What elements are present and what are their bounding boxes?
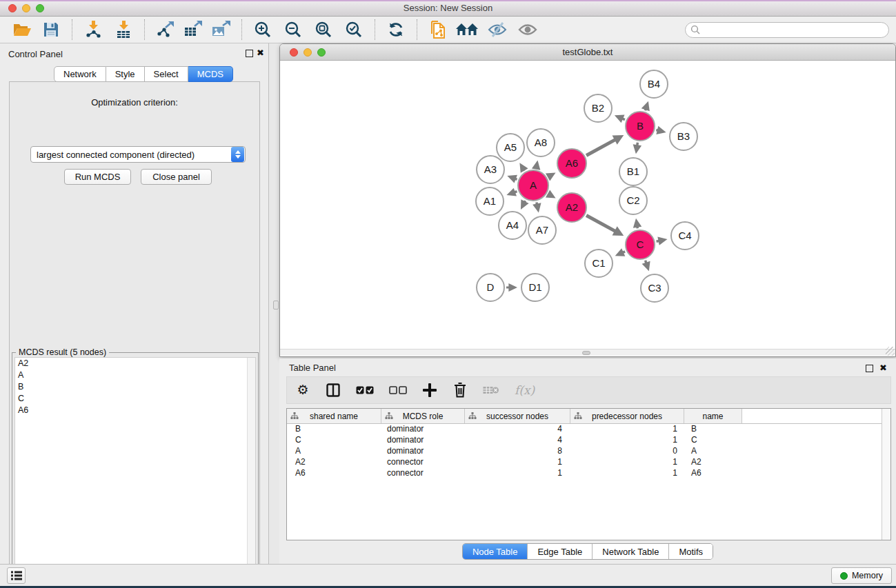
node-label: A8 [535, 136, 547, 148]
export-network-icon[interactable] [155, 19, 177, 41]
close-panel-button[interactable]: Close panel [141, 169, 212, 185]
table-cell[interactable]: A6 [684, 468, 742, 479]
import-network-icon[interactable] [82, 19, 104, 41]
toolbar-separator [375, 19, 375, 40]
table-cell[interactable]: dominator [381, 435, 465, 446]
column-header[interactable]: MCDS role [381, 409, 465, 423]
home-icon[interactable] [456, 19, 478, 41]
table-row[interactable]: A6connector11A6 [287, 468, 890, 479]
table-cell[interactable]: 1 [570, 468, 684, 479]
table-cell[interactable]: A [684, 446, 742, 457]
memory-button[interactable]: Memory [831, 567, 892, 584]
table-cell[interactable]: 1 [465, 457, 570, 468]
deselect-all-columns-icon[interactable] [389, 381, 407, 399]
delete-row-icon[interactable] [452, 381, 468, 399]
table-settings-icon[interactable]: ⚙ [295, 381, 310, 399]
tab-motifs[interactable]: Motifs [668, 544, 713, 559]
result-item[interactable]: A2 [15, 358, 255, 369]
result-item[interactable]: B [15, 381, 255, 393]
open-session-icon[interactable] [11, 19, 33, 41]
mcds-result-list[interactable]: A2ABCA6 [14, 357, 256, 587]
table-cell[interactable]: dominator [381, 446, 465, 457]
network-canvas[interactable]: AA1A2A3A4A5A6A7A8BB1B2B3B4CC1C2C3C4DD1 [280, 61, 895, 349]
table-cell[interactable]: connector [381, 457, 465, 468]
network-window-titlebar[interactable]: testGlobe.txt [280, 44, 895, 61]
tab-mcds[interactable]: MCDS [188, 66, 233, 82]
zoom-fit-icon[interactable] [312, 19, 335, 41]
table-row[interactable]: A2connector11A2 [287, 457, 890, 468]
select-all-columns-icon[interactable] [356, 381, 374, 399]
resize-grip[interactable] [886, 347, 895, 356]
node-table[interactable]: shared nameMCDS rolesuccessor nodesprede… [286, 408, 891, 540]
search-input[interactable] [700, 23, 888, 36]
show-eye-icon[interactable] [517, 19, 539, 41]
column-header[interactable]: predecessor nodes [570, 409, 684, 423]
result-item[interactable]: A [15, 369, 255, 381]
table-cell[interactable]: dominator [381, 424, 465, 435]
column-header-label: predecessor nodes [592, 412, 662, 421]
edge-arrowhead [642, 261, 650, 272]
run-mcds-button[interactable]: Run MCDS [64, 169, 131, 185]
table-cell[interactable]: 4 [465, 424, 570, 435]
table-cell[interactable]: A2 [287, 457, 381, 468]
result-item[interactable]: A6 [15, 405, 255, 416]
float-panel-icon[interactable] [246, 50, 253, 57]
graph-edge[interactable] [586, 139, 616, 155]
column-view-icon[interactable] [326, 381, 341, 399]
float-table-panel-icon[interactable] [866, 365, 873, 372]
refresh-icon[interactable] [385, 19, 407, 41]
graph-edge[interactable] [586, 215, 616, 231]
column-header[interactable]: name [684, 409, 742, 423]
table-cell[interactable]: C [684, 435, 742, 446]
search-box[interactable] [685, 22, 889, 38]
network-window: testGlobe.txt AA1A2A3A4A5A6A7A8BB1B2B3B4… [279, 43, 896, 357]
close-table-panel-icon[interactable]: ✖ [879, 363, 887, 374]
tab-network-table[interactable]: Network Table [592, 544, 668, 559]
tab-style[interactable]: Style [106, 66, 145, 82]
tab-network[interactable]: Network [54, 66, 106, 82]
table-cell[interactable]: 1 [465, 468, 570, 479]
node-label: B3 [677, 130, 690, 142]
column-header[interactable]: successor nodes [465, 409, 570, 423]
optimization-dropdown[interactable]: largest connected component (directed) [30, 146, 246, 163]
table-cell[interactable]: connector [381, 468, 465, 479]
table-cell[interactable]: 1 [570, 457, 684, 468]
result-scrollbar[interactable] [247, 358, 255, 587]
table-cell[interactable]: 0 [570, 446, 684, 457]
table-vscrollbar[interactable] [882, 409, 890, 540]
table-cell[interactable]: 4 [465, 435, 570, 446]
table-cell[interactable]: B [287, 424, 381, 435]
zoom-out-icon[interactable] [282, 19, 304, 41]
table-row[interactable]: Cdominator41C [287, 435, 890, 446]
tab-select[interactable]: Select [145, 66, 188, 82]
add-row-icon[interactable] [422, 381, 437, 399]
save-session-icon[interactable] [40, 19, 62, 41]
hide-eye-icon[interactable] [486, 19, 508, 41]
table-cell[interactable]: A2 [684, 457, 742, 468]
tab-edge-table[interactable]: Edge Table [527, 544, 592, 559]
zoom-in-icon[interactable] [252, 19, 274, 41]
network-from-file-icon[interactable] [427, 19, 449, 41]
table-row[interactable]: Adominator80A [287, 446, 890, 457]
node-label: A2 [566, 201, 578, 213]
close-panel-icon[interactable]: ✖ [257, 48, 264, 59]
network-vscroll-thumb[interactable] [273, 301, 279, 310]
export-table-icon[interactable] [182, 19, 204, 41]
table-cell[interactable]: A [287, 446, 381, 457]
export-image-icon[interactable] [210, 19, 232, 41]
network-hscrollbar[interactable] [280, 349, 895, 356]
table-cell[interactable]: C [287, 435, 381, 446]
table-cell[interactable]: 1 [570, 435, 684, 446]
tab-node-table[interactable]: Node Table [463, 544, 528, 559]
task-history-button[interactable] [7, 567, 26, 584]
table-cell[interactable]: 1 [570, 424, 684, 435]
hscroll-thumb[interactable] [582, 351, 590, 355]
import-table-icon[interactable] [112, 19, 135, 41]
table-cell[interactable]: A6 [287, 468, 381, 479]
column-header[interactable]: shared name [287, 409, 381, 423]
table-cell[interactable]: 8 [465, 446, 570, 457]
result-item[interactable]: C [15, 393, 255, 405]
zoom-selected-icon[interactable] [343, 19, 365, 41]
table-row[interactable]: Bdominator41B [287, 424, 890, 435]
table-cell[interactable]: B [684, 424, 742, 435]
